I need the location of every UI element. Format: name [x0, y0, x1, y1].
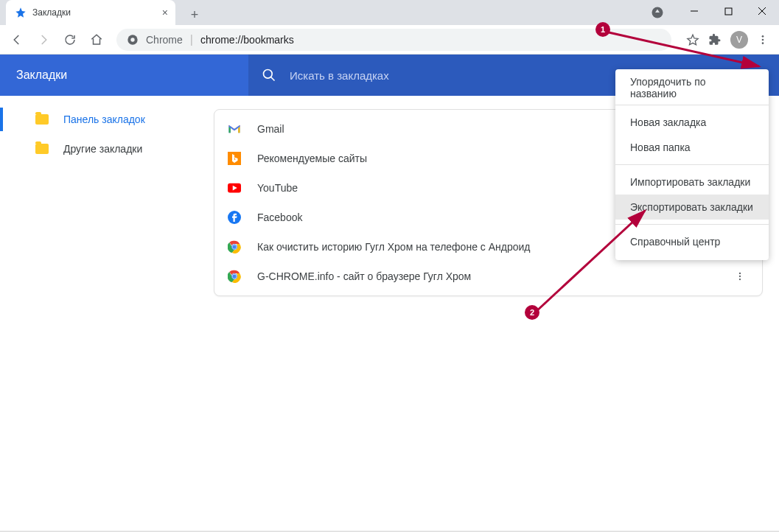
new-tab-button[interactable]: + — [184, 4, 205, 25]
menu-sort-by-name[interactable]: Упорядочить по названию — [615, 75, 769, 100]
facebook-icon — [228, 211, 241, 224]
profile-avatar[interactable]: V — [730, 31, 748, 49]
chrome-favicon-icon — [228, 270, 241, 283]
omnibox-origin: Chrome — [146, 34, 183, 46]
bookmark-label: YouTube — [257, 182, 298, 194]
sidebar-item-other-bookmarks[interactable]: Другие закладки — [0, 134, 214, 164]
forward-button[interactable] — [32, 29, 55, 51]
menu-new-folder[interactable]: Новая папка — [615, 135, 769, 160]
bookmark-label: Как очистить историю Гугл Хром на телефо… — [257, 241, 531, 253]
folder-icon — [35, 144, 49, 154]
bookmark-label: Рекомендуемые сайты — [257, 153, 367, 164]
folder-icon — [35, 114, 49, 125]
bookmark-label: Facebook — [257, 211, 302, 223]
row-more-icon[interactable] — [731, 267, 749, 285]
svg-point-9 — [762, 42, 764, 44]
browser-tab[interactable]: Закладки × — [6, 0, 175, 25]
gmail-icon — [228, 122, 241, 136]
annotation-badge-1: 1 — [595, 22, 610, 37]
back-button[interactable] — [6, 29, 28, 51]
bookmark-star-icon[interactable] — [686, 33, 699, 46]
svg-point-25 — [232, 274, 236, 278]
tab-close-icon[interactable]: × — [162, 7, 168, 18]
svg-point-28 — [739, 279, 741, 280]
svg-line-11 — [271, 77, 275, 81]
svg-rect-2 — [725, 8, 732, 15]
sidebar-item-label: Панель закладок — [63, 113, 145, 125]
menu-new-bookmark[interactable]: Новая закладка — [615, 110, 769, 135]
svg-point-7 — [762, 35, 764, 38]
chrome-icon — [127, 34, 139, 46]
window-titlebar: Закладки × + — [0, 0, 779, 25]
minimize-button[interactable] — [677, 0, 711, 22]
svg-point-8 — [762, 38, 764, 41]
svg-point-6 — [130, 38, 134, 41]
bookmark-label: Gmail — [257, 123, 284, 135]
organize-menu: Упорядочить по названию Новая закладка Н… — [615, 69, 769, 260]
menu-separator — [615, 105, 769, 105]
menu-separator — [615, 164, 769, 165]
menu-import-bookmarks[interactable]: Импортировать закладки — [615, 169, 769, 195]
account-indicator-icon[interactable] — [651, 6, 664, 19]
tab-title: Закладки — [32, 7, 71, 18]
search-icon — [262, 68, 276, 83]
maximize-button[interactable] — [711, 0, 745, 22]
svg-point-27 — [739, 276, 741, 277]
toolbar-actions: V — [686, 31, 769, 49]
menu-separator — [615, 224, 769, 225]
menu-help-center[interactable]: Справочный центр — [615, 229, 769, 254]
svg-point-10 — [264, 70, 273, 79]
chrome-favicon-icon — [228, 240, 241, 253]
browser-toolbar: Chrome | chrome://bookmarks V — [0, 25, 779, 55]
window-controls — [677, 0, 779, 25]
sidebar: Панель закладок Другие закладки — [0, 96, 214, 532]
bing-icon — [228, 152, 241, 165]
sidebar-item-label: Другие закладки — [63, 143, 142, 155]
svg-point-18 — [232, 245, 236, 248]
bookmark-label: G-CHROME.info - сайт о браузере Гугл Хро… — [257, 270, 471, 282]
svg-point-26 — [739, 273, 741, 274]
home-button[interactable] — [85, 29, 108, 51]
annotation-badge-2: 2 — [525, 305, 539, 320]
page-title: Закладки — [16, 69, 67, 82]
youtube-icon — [228, 181, 241, 195]
search-placeholder: Искать в закладках — [290, 69, 389, 82]
address-bar[interactable]: Chrome | chrome://bookmarks — [116, 29, 671, 51]
star-icon — [15, 7, 27, 18]
bookmark-row[interactable]: G-CHROME.info - сайт о браузере Гугл Хро… — [214, 262, 762, 291]
omnibox-separator: | — [190, 33, 193, 46]
reload-button[interactable] — [59, 29, 81, 51]
chrome-menu-icon[interactable] — [757, 34, 769, 46]
close-window-button[interactable] — [745, 0, 779, 22]
omnibox-url: chrome://bookmarks — [200, 34, 294, 46]
extensions-icon[interactable] — [708, 33, 722, 46]
sidebar-item-bookmarks-bar[interactable]: Панель закладок — [0, 105, 214, 134]
menu-export-bookmarks[interactable]: Экспортировать закладки — [615, 195, 769, 220]
